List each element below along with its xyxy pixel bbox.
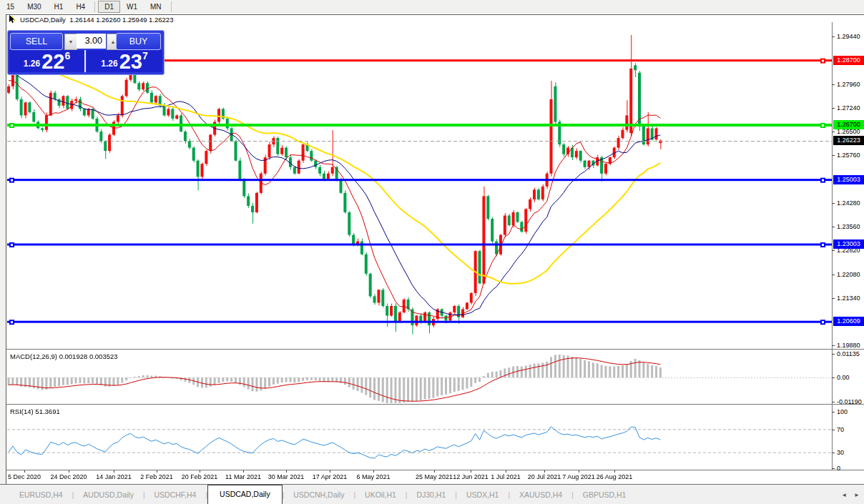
timeframe-button-15[interactable]: 15 xyxy=(0,1,21,13)
date-label: 1 Jul 2021 xyxy=(491,473,521,480)
axis-tick xyxy=(832,453,835,453)
sell-button[interactable]: SELL xyxy=(10,33,63,50)
axis-tick xyxy=(832,345,835,346)
axis-tick xyxy=(832,412,835,412)
price-tick-label: 1.21340 xyxy=(837,295,860,302)
date-tick xyxy=(373,470,374,473)
date-tick xyxy=(286,470,287,473)
price-tick-label: 1.19880 xyxy=(837,342,860,350)
tab-scroll-right-icon[interactable]: ► xyxy=(854,492,860,498)
tab-ukoil[interactable]: UKOil,H1 xyxy=(355,487,406,504)
toolbar-separator xyxy=(94,1,95,12)
price-level-badge: 1.25003 xyxy=(833,175,864,184)
date-tick xyxy=(243,470,244,473)
macd-chart-canvas[interactable] xyxy=(7,350,832,404)
date-label: 25 May 2021 xyxy=(416,473,453,480)
tab-scroll-arrows: ◄ ► xyxy=(841,492,860,498)
price-axis-border xyxy=(832,22,833,470)
axis-tick xyxy=(832,84,835,85)
axis-tick xyxy=(832,468,835,469)
tab-dj30[interactable]: DJ30,H1 xyxy=(407,487,455,504)
axis-tick xyxy=(832,250,835,251)
timeframe-button-h1[interactable]: H1 xyxy=(48,1,70,13)
date-tick xyxy=(434,470,435,473)
date-label: 12 Jun 2021 xyxy=(453,473,489,480)
sell-price-big: 22 xyxy=(41,52,64,71)
timeframe-button-w1[interactable]: W1 xyxy=(120,1,144,13)
price-level-badge: 1.28700 xyxy=(833,56,864,65)
axis-tick xyxy=(832,203,835,204)
volume-input[interactable]: 3.00 xyxy=(77,34,106,49)
volume-decrease-button[interactable]: ▼ xyxy=(64,34,77,50)
price-divider xyxy=(84,50,86,72)
chart-tab-bar: EURUSD,H4|AUDUSD,Daily|USDCHF,H4|USDCAD,… xyxy=(0,485,864,504)
tab-usdcad[interactable]: USDCAD,Daily xyxy=(207,485,283,504)
axis-tick xyxy=(832,155,835,156)
tab-xauusd[interactable]: XAUUSD,H4 xyxy=(510,487,571,504)
tab-usdcnh[interactable]: USDCNH,Daily xyxy=(284,487,353,504)
price-tick-label: 1.27960 xyxy=(837,81,860,89)
timeframe-button-h4[interactable]: H4 xyxy=(69,1,92,13)
price-tick-label: 1.24280 xyxy=(837,199,860,207)
tab-eurusd[interactable]: EURUSD,H4 xyxy=(10,487,72,504)
date-label: 26 Aug 2021 xyxy=(597,473,633,480)
timeframe-button-d1[interactable]: D1 xyxy=(98,1,120,13)
date-tick xyxy=(579,470,579,473)
date-axis[interactable]: 5 Dec 202024 Dec 202014 Jan 20212 Feb 20… xyxy=(6,470,864,484)
buy-button[interactable]: BUY xyxy=(116,33,161,50)
rsi-tick-label: 100 xyxy=(837,408,848,416)
axis-tick xyxy=(832,227,835,227)
price-tick-label: 1.22080 xyxy=(837,271,860,279)
tab-scroll-left-icon[interactable]: ◄ xyxy=(841,492,847,498)
tab-usdchf[interactable]: USDCHF,H4 xyxy=(145,487,206,504)
axis-tick xyxy=(832,108,835,109)
toolbar-separator xyxy=(171,1,172,12)
timeframe-button-mn[interactable]: MN xyxy=(144,1,168,13)
window-edge-strip xyxy=(0,14,6,504)
macd-label: MACD(12,26,9) 0.001928 0.003523 xyxy=(10,352,118,360)
date-label: 24 Dec 2020 xyxy=(50,473,87,480)
one-click-trade-panel: SELL ▼ 3.00 ▲ BUY 1.26 22 6 1.26 23 7 xyxy=(7,30,165,75)
macd-tick-label: 0.00 xyxy=(837,374,850,382)
sell-price-pip: 6 xyxy=(64,50,70,61)
tab-gbpusd[interactable]: GBPUSD,H1 xyxy=(574,487,636,504)
date-tick xyxy=(114,470,114,473)
window-left-border xyxy=(6,14,6,504)
rsi-chart-canvas[interactable] xyxy=(7,405,832,470)
price-level-badge: 1.23003 xyxy=(833,239,864,249)
sell-price-prefix: 1.26 xyxy=(24,59,40,69)
price-tick-label: 1.29440 xyxy=(837,33,860,41)
tab-usdx[interactable]: USDX,H1 xyxy=(457,487,509,504)
date-tick xyxy=(471,470,471,473)
buy-price-display[interactable]: 1.26 23 7 xyxy=(87,50,162,72)
date-tick xyxy=(200,470,200,473)
tab-audusd[interactable]: AUDUSD,Daily xyxy=(74,487,143,504)
date-label: 17 Apr 2021 xyxy=(313,473,348,480)
timeframe-toolbar: 15M30H1H4D1W1MN xyxy=(0,0,864,14)
price-level-badge: 1.26700 xyxy=(833,120,864,129)
price-tick-label: 1.23560 xyxy=(837,223,860,231)
date-tick xyxy=(157,470,157,473)
price-tick-label: 1.25760 xyxy=(837,152,860,159)
date-label: 14 Jan 2021 xyxy=(96,473,132,480)
date-tick xyxy=(330,470,330,473)
buy-price-prefix: 1.26 xyxy=(101,59,117,69)
buy-price-big: 23 xyxy=(119,52,142,71)
date-label: 2 Feb 2021 xyxy=(140,473,173,480)
date-label: 6 May 2021 xyxy=(356,473,390,480)
axis-tick xyxy=(832,36,835,37)
rsi-tick-label: 70 xyxy=(837,426,844,434)
buy-price-pip: 7 xyxy=(142,50,148,61)
rsi-label: RSI(14) 51.3691 xyxy=(10,407,60,415)
date-tick xyxy=(506,470,506,473)
axis-tick xyxy=(832,298,835,299)
sell-price-display[interactable]: 1.26 22 6 xyxy=(9,50,84,72)
axis-tick xyxy=(832,132,835,132)
axis-tick xyxy=(832,430,835,430)
date-tick xyxy=(69,470,69,473)
axis-tick xyxy=(832,354,835,355)
price-level-badge: 1.20609 xyxy=(833,317,864,326)
macd-tick-label: 0.01135 xyxy=(837,350,860,358)
axis-tick xyxy=(832,275,835,275)
timeframe-button-m30[interactable]: M30 xyxy=(21,1,47,13)
